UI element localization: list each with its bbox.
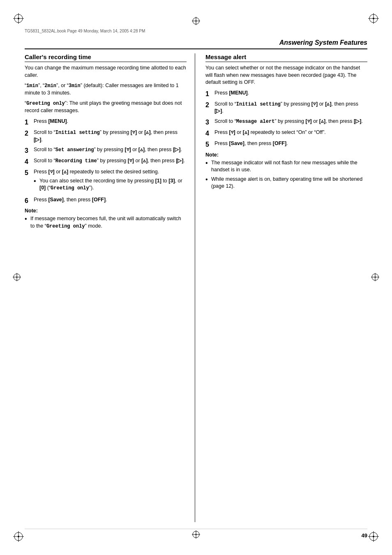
left-step-4-content: Scroll to “Recording time” by pressing […: [34, 157, 187, 166]
svg-point-3: [18, 18, 19, 19]
right-section-intro: You can select whether or not the messag…: [205, 64, 367, 86]
right-column: Message alert You can select whether or …: [203, 53, 367, 522]
right-center-mark: [371, 272, 380, 283]
right-step-3-number: 3: [205, 118, 214, 126]
left-section-title: Caller's recording time: [25, 53, 187, 62]
right-note-section: Note: • The message indicator will not f…: [205, 152, 367, 190]
right-step-2-number: 2: [205, 101, 214, 115]
left-notes: • If message memory becomes full, the un…: [25, 215, 187, 230]
right-step-2-content: Scroll to “Initial setting” by pressing …: [214, 101, 367, 115]
right-step-1-content: Press [MENU].: [214, 90, 367, 98]
right-note-2-text: While message alert is on, battery opera…: [211, 176, 367, 190]
header-bar: TG5831_5832AL.book Page 49 Monday, March…: [25, 29, 367, 33]
svg-point-19: [16, 276, 18, 278]
header-text: TG5831_5832AL.book Page 49 Monday, March…: [25, 29, 145, 33]
left-note-title: Note:: [25, 208, 187, 214]
right-step-3: 3 Scroll to “Message alert” by pressing …: [205, 118, 367, 126]
left-step-5-subnote-1: • You can also select the recording time…: [34, 177, 187, 192]
left-step-5-subnote-text: You can also select the recording time b…: [39, 177, 187, 192]
left-step-3: 3 Scroll to “Set answering” by pressing …: [25, 146, 187, 154]
left-step-5-content: Press [▿] or [▵] repeatedly to select th…: [34, 168, 187, 193]
left-note-1: • If message memory becomes full, the un…: [25, 215, 187, 230]
right-step-5-content: Press [Save], then press [OFF].: [214, 140, 367, 148]
corner-mark-tl: [12, 12, 25, 25]
right-step-4-content: Press [▿] or [▵] repeatedly to select “O…: [214, 129, 367, 137]
right-section-title: Message alert: [205, 53, 367, 62]
corner-mark-bl: [12, 530, 25, 543]
bottom-center-mark: [191, 530, 201, 540]
bullet-icon: •: [205, 159, 211, 174]
left-column: Caller's recording time You can change t…: [25, 53, 195, 522]
bullet-icon: •: [205, 176, 211, 190]
svg-point-7: [373, 18, 374, 19]
svg-point-23: [375, 276, 376, 278]
page-title-area: Answering System Features: [25, 39, 367, 49]
top-center-mark: [191, 16, 201, 27]
bullet-icon: •: [34, 177, 39, 192]
left-step-5: 5 Press [▿] or [▵] repeatedly to select …: [25, 168, 187, 193]
right-note-title: Note:: [205, 152, 367, 158]
left-step-6: 6 Press [Save], then press [OFF].: [25, 196, 187, 205]
left-step-3-number: 3: [25, 146, 34, 154]
right-step-3-content: Scroll to “Message alert” by pressing [▿…: [214, 118, 367, 126]
right-note-1: • The message indicator will not flash f…: [205, 159, 367, 174]
left-center-mark: [12, 272, 21, 283]
page-number: 49: [362, 532, 367, 539]
left-step-1-content: Press [MENU].: [34, 118, 187, 126]
right-steps: 1 Press [MENU]. 2 Scroll to “Initial set…: [205, 90, 367, 149]
left-step-1-number: 1: [25, 118, 34, 126]
left-step-1: 1 Press [MENU].: [25, 118, 187, 126]
right-step-1-number: 1: [205, 90, 214, 98]
right-intro-text: You can select whether or not the messag…: [205, 65, 360, 85]
right-step-4-number: 4: [205, 129, 214, 137]
corner-mark-br: [367, 530, 380, 543]
right-step-5-number: 5: [205, 140, 214, 148]
left-step-4-number: 4: [25, 157, 34, 166]
svg-point-11: [18, 536, 19, 537]
left-step-4: 4 Scroll to “Recording time” by pressing…: [25, 157, 187, 166]
left-step-2: 2 Scroll to “Initial setting” by pressin…: [25, 129, 187, 143]
left-section-intro: You can change the maximum message recor…: [25, 64, 187, 79]
right-step-5: 5 Press [Save], then press [OFF].: [205, 140, 367, 148]
left-note-1-text: If message memory becomes full, the unit…: [30, 215, 187, 230]
right-note-1-text: The message indicator will not flash for…: [211, 159, 367, 174]
left-desc1: “1min”, “2min”, or “3min” (default): Cal…: [25, 82, 187, 97]
right-notes: • The message indicator will not flash f…: [205, 159, 367, 190]
left-desc2: “Greeting only”: The unit plays the gree…: [25, 100, 187, 114]
left-step-5-number: 5: [25, 168, 34, 193]
right-step-4: 4 Press [▿] or [▵] repeatedly to select …: [205, 129, 367, 137]
svg-point-15: [373, 536, 374, 537]
page-title: Answering System Features: [279, 39, 367, 46]
left-step-3-content: Scroll to “Set answering” by pressing [▿…: [34, 146, 187, 154]
left-intro-text: You can change the maximum message recor…: [25, 65, 186, 78]
right-step-2: 2 Scroll to “Initial setting” by pressin…: [205, 101, 367, 115]
left-note-section: Note: • If message memory becomes full, …: [25, 208, 187, 230]
right-step-1: 1 Press [MENU].: [205, 90, 367, 98]
left-step-6-content: Press [Save], then press [OFF].: [34, 196, 187, 205]
svg-point-27: [196, 534, 197, 535]
bullet-icon: •: [25, 215, 30, 230]
content-area: Caller's recording time You can change t…: [25, 53, 367, 522]
svg-point-31: [196, 21, 197, 22]
left-steps: 1 Press [MENU]. 2 Scroll to “Initial set…: [25, 118, 187, 205]
left-step-5-subnotes: • You can also select the recording time…: [34, 177, 187, 192]
left-step-2-number: 2: [25, 129, 34, 143]
left-step-2-content: Scroll to “Initial setting” by pressing …: [34, 129, 187, 143]
right-note-2: • While message alert is on, battery ope…: [205, 176, 367, 190]
corner-mark-tr: [367, 12, 380, 25]
left-step-6-number: 6: [25, 196, 34, 205]
